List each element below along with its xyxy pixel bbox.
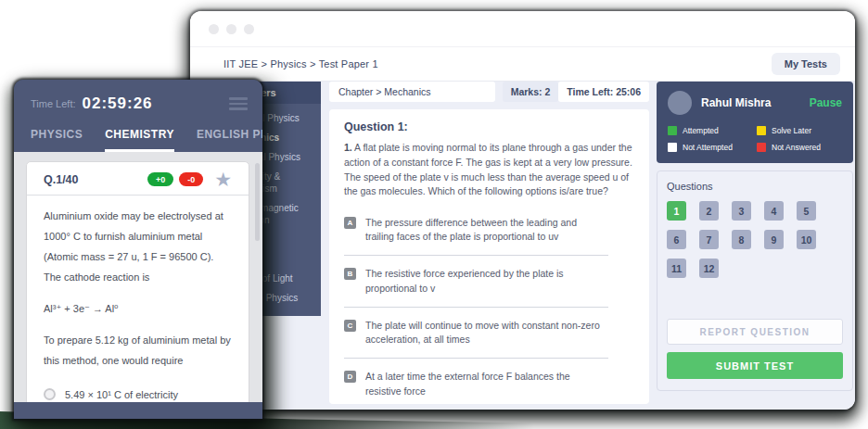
question-counter: Q.1/40 bbox=[44, 173, 79, 186]
option-a[interactable]: A The pressure difference between the le… bbox=[344, 210, 608, 256]
question-cell-9[interactable]: 9 bbox=[764, 230, 784, 249]
report-question-button[interactable]: REPORT QUESTION bbox=[667, 319, 843, 345]
radio-icon[interactable] bbox=[44, 388, 56, 400]
option-b-badge: B bbox=[344, 268, 356, 280]
not-attempted-swatch bbox=[668, 143, 677, 152]
avatar bbox=[668, 91, 692, 115]
my-tests-button[interactable]: My Tests bbox=[772, 53, 840, 75]
negative-marks-badge: -0 bbox=[179, 172, 203, 186]
question-card: Question 1: 1. A flat plate is moving no… bbox=[329, 109, 649, 404]
phone-equation: Al³⁺ + 3e⁻ → Al⁰ bbox=[44, 303, 232, 315]
marks-badge: Marks: 2 bbox=[503, 82, 559, 102]
browser-window: IIT JEE > Physics > Test Paper 1 My Test… bbox=[190, 11, 855, 410]
window-dot[interactable] bbox=[226, 24, 236, 34]
options-list: A The pressure difference between the le… bbox=[344, 210, 608, 410]
right-panel: Rahul Mishra Pause Attempted Solve Later bbox=[657, 82, 853, 391]
phone-body: Q.1/40 +0 -0 ★ Aluminium oxide may be el… bbox=[14, 152, 262, 402]
breadcrumb[interactable]: IIT JEE > Physics > Test Paper 1 bbox=[223, 58, 378, 69]
browser-content: Chapters General Physics Mechanics Therm… bbox=[190, 82, 855, 410]
browser-titlebar bbox=[190, 11, 855, 46]
option-a-text: The pressure difference between the lead… bbox=[365, 216, 608, 244]
stage: IIT JEE > Physics > Test Paper 1 My Test… bbox=[0, 0, 868, 429]
question-column: Chapter > Mechanics Marks: 2 Time Left: … bbox=[329, 82, 649, 404]
option-c-text: The plate will continue to move with con… bbox=[365, 319, 608, 347]
question-cell-12[interactable]: 12 bbox=[699, 259, 719, 278]
question-title: Question 1: bbox=[344, 120, 634, 133]
phone-question-header: Q.1/40 +0 -0 ★ bbox=[44, 172, 232, 186]
question-cell-5[interactable]: 5 bbox=[797, 201, 816, 221]
positive-marks-badge: +0 bbox=[147, 172, 173, 186]
question-cell-8[interactable]: 8 bbox=[732, 230, 751, 249]
option-b-text: The resistive force experienced by the p… bbox=[365, 267, 608, 295]
legend-not-answered: Not Answered bbox=[757, 143, 842, 152]
question-cell-3[interactable]: 3 bbox=[732, 201, 751, 221]
option-d[interactable]: D At a later time the external force F b… bbox=[344, 364, 608, 410]
breadcrumb-bar: IIT JEE > Physics > Test Paper 1 My Test… bbox=[190, 46, 855, 82]
question-cell-7[interactable]: 7 bbox=[699, 230, 719, 249]
not-answered-swatch bbox=[757, 143, 766, 152]
divider bbox=[27, 195, 249, 196]
questions-panel: Questions 1 2 3 4 5 6 7 8 9 10 11 12 bbox=[657, 170, 853, 391]
tab-physics[interactable]: PHYSICS bbox=[31, 128, 83, 152]
phone-header: Time Left: 02:59:26 PHYSICS CHEMISTRY EN… bbox=[14, 80, 262, 152]
option-c[interactable]: C The plate will continue to move with c… bbox=[344, 313, 608, 359]
tab-chemistry[interactable]: CHEMISTRY bbox=[105, 128, 174, 152]
pause-button[interactable]: Pause bbox=[810, 96, 842, 109]
menu-icon[interactable] bbox=[229, 95, 248, 113]
legend-solve-later: Solve Later bbox=[757, 126, 842, 135]
user-name: Rahul Mishra bbox=[701, 96, 771, 109]
option-c-badge: C bbox=[344, 320, 356, 332]
status-legend: Attempted Solve Later Not Attempted bbox=[668, 126, 842, 152]
legend-not-attempted: Not Attempted bbox=[668, 143, 753, 152]
chapter-label: Chapter > Mechanics bbox=[329, 82, 495, 102]
phone-timer: 02:59:26 bbox=[83, 95, 153, 113]
option-a-badge: A bbox=[344, 217, 356, 229]
attempted-swatch bbox=[668, 126, 677, 135]
window-dot[interactable] bbox=[209, 24, 219, 34]
question-cell-1[interactable]: 1 bbox=[667, 201, 686, 221]
time-left-badge: Time Left: 25:06 bbox=[558, 82, 649, 102]
window-dot[interactable] bbox=[244, 24, 254, 34]
subject-tabs: PHYSICS CHEMISTRY ENGLISH PROFICIENCY bbox=[31, 128, 248, 152]
questions-label: Questions bbox=[667, 181, 843, 192]
phone-question-text-2: To prepare 5.12 kg of aluminium metal by… bbox=[44, 330, 232, 371]
question-cell-6[interactable]: 6 bbox=[667, 230, 686, 249]
solve-later-swatch bbox=[757, 126, 766, 135]
option-d-badge: D bbox=[344, 371, 356, 383]
question-text: 1. A flat plate is moving normal to its … bbox=[344, 141, 634, 199]
question-cell-4[interactable]: 4 bbox=[764, 201, 784, 221]
tab-english-proficiency[interactable]: ENGLISH PROFICIENCY bbox=[197, 128, 262, 152]
legend-attempted: Attempted bbox=[668, 126, 753, 135]
scrollbar-thumb[interactable] bbox=[255, 163, 260, 241]
phone-window: Time Left: 02:59:26 PHYSICS CHEMISTRY EN… bbox=[14, 80, 262, 419]
question-number: 1. bbox=[344, 142, 352, 153]
phone-time-left-label: Time Left: bbox=[31, 98, 76, 109]
option-d-text: At a later time the external force F bal… bbox=[365, 370, 608, 397]
option-b[interactable]: B The resistive force experienced by the… bbox=[344, 261, 608, 307]
submit-test-button[interactable]: SUBMIT TEST bbox=[667, 352, 843, 379]
question-cell-11[interactable]: 11 bbox=[667, 259, 686, 278]
phone-question-text: Aluminium oxide may be electrolysed at 1… bbox=[44, 206, 232, 287]
bookmark-star-icon[interactable]: ★ bbox=[214, 173, 232, 186]
question-cell-10[interactable]: 10 bbox=[797, 230, 816, 249]
phone-option-1[interactable]: 5.49 × 10¹ C of electricity bbox=[44, 380, 232, 402]
question-cell-2[interactable]: 2 bbox=[699, 201, 719, 221]
question-number-grid: 1 2 3 4 5 6 7 8 9 10 11 12 bbox=[667, 201, 843, 278]
question-header-row: Chapter > Mechanics Marks: 2 Time Left: … bbox=[329, 82, 649, 102]
profile-card: Rahul Mishra Pause Attempted Solve Later bbox=[657, 82, 853, 163]
phone-question-card: Q.1/40 +0 -0 ★ Aluminium oxide may be el… bbox=[26, 161, 249, 402]
